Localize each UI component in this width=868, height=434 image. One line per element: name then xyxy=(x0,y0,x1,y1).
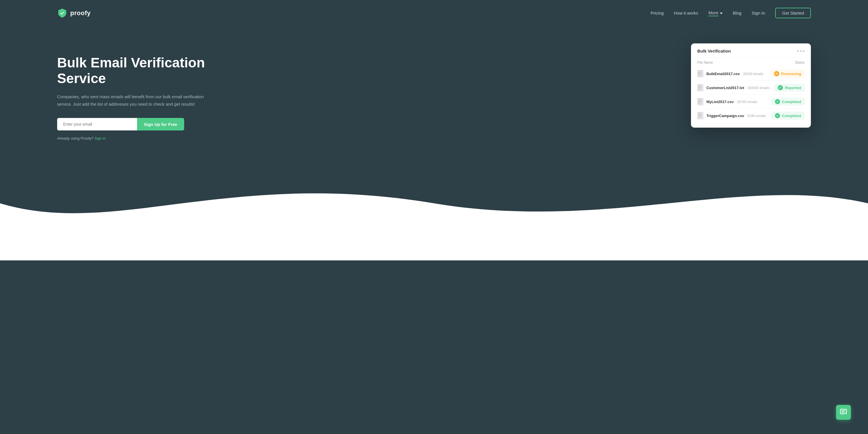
chevron-down-icon xyxy=(720,12,723,14)
file-info: MyList2017.csv · 28780 emails xyxy=(697,98,757,105)
file-details: MyList2017.csv · 28780 emails xyxy=(706,99,757,104)
nav-signin[interactable]: Sign In xyxy=(752,10,765,16)
bottom-section xyxy=(0,158,868,260)
hero-section: Bulk Email Verification Service Companie… xyxy=(0,26,868,141)
file-name: TriggerCampaign.csv xyxy=(706,114,744,118)
col-status: Status xyxy=(795,61,805,65)
hero-title: Bulk Email Verification Service xyxy=(57,55,206,86)
file-count: · 28780 emails xyxy=(735,100,757,104)
card-header: Bulk Verification xyxy=(691,43,811,58)
completed-icon: ✓ xyxy=(775,113,780,118)
signup-button[interactable]: Sign Up for Free xyxy=(137,118,184,130)
card-menu-dots[interactable] xyxy=(797,50,805,52)
col-file-name: File Name xyxy=(697,61,713,65)
logo-text: proofy xyxy=(70,9,91,17)
completed-icon: ✓ xyxy=(775,99,780,104)
file-count: · 5290 emails xyxy=(745,114,766,118)
nav-blog[interactable]: Blog xyxy=(733,10,742,16)
wave-divider xyxy=(0,158,868,226)
card-title: Bulk Verification xyxy=(697,49,731,53)
nav-how-it-works[interactable]: How it works xyxy=(674,10,698,16)
signin-link[interactable]: Sign in xyxy=(94,136,106,141)
nav-get-started[interactable]: Get Started xyxy=(775,10,811,16)
file-info: BulkEmail2017.csv · 30290 emails xyxy=(697,70,764,78)
dot-3 xyxy=(803,50,805,52)
proofy-logo-icon xyxy=(57,8,67,18)
document-icon xyxy=(698,112,703,119)
file-name: MyList2017.csv xyxy=(706,100,734,104)
file-icon xyxy=(697,70,704,78)
card-rows: BulkEmail2017.csv · 30290 emails ⟳ Proce… xyxy=(691,67,811,128)
file-icon xyxy=(697,98,704,105)
dot-1 xyxy=(797,50,799,52)
chat-button[interactable] xyxy=(836,405,851,420)
file-name: CustomerList2017.txt xyxy=(706,86,744,90)
nav-pricing[interactable]: Pricing xyxy=(650,10,663,16)
status-badge: ✓ Reported xyxy=(774,84,805,92)
hero-description: Companies, who sent mass emails will ben… xyxy=(57,93,206,107)
nav-more[interactable]: More xyxy=(708,10,722,16)
status-badge: ✓ Completed xyxy=(772,98,805,106)
file-details: BulkEmail2017.csv · 30290 emails xyxy=(706,71,764,76)
logo[interactable]: proofy xyxy=(57,8,91,18)
document-icon xyxy=(698,70,703,77)
file-details: CustomerList2017.txt · 340000 emails xyxy=(706,85,770,90)
white-content-section xyxy=(0,226,868,260)
file-count: · 340000 emails xyxy=(745,86,770,90)
signup-form: Sign Up for Free xyxy=(57,118,206,130)
status-badge: ✓ Completed xyxy=(772,112,805,120)
file-icon xyxy=(697,84,704,91)
card-container: Bulk Verification File Name Status xyxy=(691,43,811,128)
bulk-verification-card: Bulk Verification File Name Status xyxy=(691,43,811,128)
reported-icon: ✓ xyxy=(778,85,783,90)
document-icon xyxy=(698,98,703,105)
table-row: MyList2017.csv · 28780 emails ✓ Complete… xyxy=(697,95,805,109)
dot-2 xyxy=(800,50,802,52)
file-icon xyxy=(697,112,704,119)
table-row: TriggerCampaign.csv · 5290 emails ✓ Comp… xyxy=(697,109,805,123)
table-row: CustomerList2017.txt · 340000 emails ✓ R… xyxy=(697,81,805,95)
card-table-header: File Name Status xyxy=(691,58,811,67)
hero-left: Bulk Email Verification Service Companie… xyxy=(57,43,206,141)
email-input[interactable] xyxy=(57,118,137,130)
already-using-text: Already using Proofy? Sign in xyxy=(57,136,206,141)
file-name: BulkEmail2017.csv xyxy=(706,72,740,76)
chat-icon xyxy=(840,409,847,416)
svg-rect-17 xyxy=(841,414,844,415)
document-icon xyxy=(698,84,703,91)
file-count: · 30290 emails xyxy=(741,72,764,76)
file-info: TriggerCampaign.csv · 5290 emails xyxy=(697,112,766,119)
file-info: CustomerList2017.txt · 340000 emails xyxy=(697,84,770,91)
table-row: BulkEmail2017.csv · 30290 emails ⟳ Proce… xyxy=(697,67,805,81)
status-badge: ⟳ Processing xyxy=(771,70,805,78)
navbar: proofy Pricing How it works More Blog Si… xyxy=(0,0,868,26)
svg-rect-16 xyxy=(840,409,846,414)
nav-links: Pricing How it works More Blog Sign In G… xyxy=(650,10,811,16)
processing-icon: ⟳ xyxy=(774,71,779,76)
file-details: TriggerCampaign.csv · 5290 emails xyxy=(706,113,766,118)
